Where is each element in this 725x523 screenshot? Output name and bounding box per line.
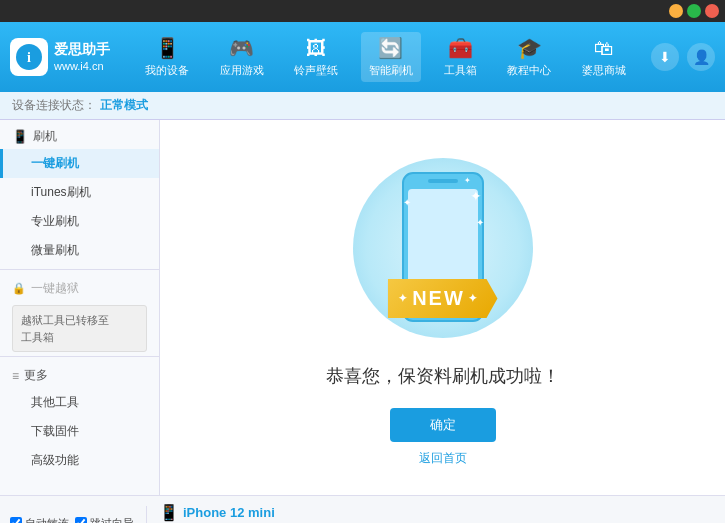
nav-tutorials-label: 教程中心 xyxy=(507,63,551,78)
download-fw-label: 下载固件 xyxy=(31,424,79,438)
tutorials-icon: 🎓 xyxy=(517,36,542,60)
one-click-label: 一键刷机 xyxy=(31,156,79,170)
itunes-label: iTunes刷机 xyxy=(31,185,91,199)
lock-icon: 🔒 xyxy=(12,282,26,295)
skip-wizard-input[interactable] xyxy=(75,517,87,523)
svg-text:✦: ✦ xyxy=(464,176,471,185)
my-device-icon: 📱 xyxy=(155,36,180,60)
logo-icon: i xyxy=(10,38,48,76)
success-message: 恭喜您，保资料刷机成功啦！ xyxy=(326,364,560,388)
sidebar-item-micro[interactable]: 微量刷机 xyxy=(0,236,159,265)
nav-smart-flash-label: 智能刷机 xyxy=(369,63,413,78)
download-button[interactable]: ⬇ xyxy=(651,43,679,71)
status-value: 正常模式 xyxy=(100,97,148,114)
device-phone-icon: 📱 xyxy=(159,503,179,522)
divider-vertical xyxy=(146,506,147,524)
toolbox-icon: 🧰 xyxy=(448,36,473,60)
nav-tutorials[interactable]: 🎓 教程中心 xyxy=(499,32,559,82)
device-bar: 自动敏连 跳过向导 📱 iPhone 12 mini 64GB Down-12m… xyxy=(0,495,725,523)
jailbreak-locked-section: 🔒 一键越狱 xyxy=(0,274,159,301)
micro-label: 微量刷机 xyxy=(31,243,79,257)
other-tools-label: 其他工具 xyxy=(31,395,79,409)
nav-wallpaper-label: 铃声壁纸 xyxy=(294,63,338,78)
auto-send-label: 自动敏连 xyxy=(25,516,69,524)
svg-text:✦: ✦ xyxy=(476,217,484,228)
skip-wizard-label: 跳过向导 xyxy=(90,516,134,524)
auto-send-input[interactable] xyxy=(10,517,22,523)
wallpaper-icon: 🖼 xyxy=(306,37,326,60)
nav-toolbox[interactable]: 🧰 工具箱 xyxy=(436,32,485,82)
divider-1 xyxy=(0,269,159,270)
minimize-button[interactable] xyxy=(669,4,683,18)
header-right: ⬇ 👤 xyxy=(651,43,715,71)
svg-text:✦: ✦ xyxy=(470,188,482,204)
sidebar-item-advanced[interactable]: 高级功能 xyxy=(0,446,159,475)
nav-apps[interactable]: 🎮 应用游戏 xyxy=(212,32,272,82)
skip-wizard-checkbox[interactable]: 跳过向导 xyxy=(75,516,134,524)
svg-text:i: i xyxy=(27,50,31,65)
maximize-button[interactable] xyxy=(687,4,701,18)
nav-bar: 📱 我的设备 🎮 应用游戏 🖼 铃声壁纸 🔄 智能刷机 🧰 工具箱 🎓 教程中心… xyxy=(130,32,641,82)
jailbreak-label: 一键越狱 xyxy=(31,280,79,297)
sidebar: 📱 刷机 一键刷机 iTunes刷机 专业刷机 微量刷机 🔒 一键越狱 越狱工具… xyxy=(0,120,160,495)
more-section-header: ≡ 更多 xyxy=(0,361,159,388)
nav-my-device-label: 我的设备 xyxy=(145,63,189,78)
nav-apps-label: 应用游戏 xyxy=(220,63,264,78)
nav-smart-flash[interactable]: 🔄 智能刷机 xyxy=(361,32,421,82)
device-info: 📱 iPhone 12 mini 64GB Down-12mini-13,1 xyxy=(159,503,275,524)
svg-text:✦: ✦ xyxy=(403,197,411,208)
header: i 爱思助手 www.i4.cn 📱 我的设备 🎮 应用游戏 🖼 铃声壁纸 🔄 … xyxy=(0,22,725,92)
nav-toolbox-label: 工具箱 xyxy=(444,63,477,78)
pro-label: 专业刷机 xyxy=(31,214,79,228)
user-button[interactable]: 👤 xyxy=(687,43,715,71)
nav-store[interactable]: 🛍 婆思商城 xyxy=(574,33,634,82)
advanced-label: 高级功能 xyxy=(31,453,79,467)
status-bar: 设备连接状态： 正常模式 xyxy=(0,92,725,120)
sidebar-item-one-click[interactable]: 一键刷机 xyxy=(0,149,159,178)
checkbox-group: 自动敏连 跳过向导 xyxy=(10,516,134,524)
close-button[interactable] xyxy=(705,4,719,18)
svg-rect-5 xyxy=(428,179,458,183)
nav-wallpaper[interactable]: 🖼 铃声壁纸 xyxy=(286,33,346,82)
status-label: 设备连接状态： xyxy=(12,97,96,114)
confirm-button[interactable]: 确定 xyxy=(390,408,496,442)
auto-send-checkbox[interactable]: 自动敏连 xyxy=(10,516,69,524)
store-icon: 🛍 xyxy=(594,37,614,60)
jailbreak-note: 越狱工具已转移至 工具箱 xyxy=(12,305,147,352)
main-content: ✦ ✦ ✦ ✦ ✦ NEW ✦ 恭喜您，保资料刷机成功啦！ 确定 返回首页 xyxy=(160,120,725,495)
sidebar-item-itunes[interactable]: iTunes刷机 xyxy=(0,178,159,207)
sidebar-item-pro[interactable]: 专业刷机 xyxy=(0,207,159,236)
logo-text: 爱思助手 www.i4.cn xyxy=(54,40,110,75)
new-banner: ✦ NEW ✦ xyxy=(388,279,498,318)
sidebar-section-flash: 📱 刷机 xyxy=(0,120,159,149)
smart-flash-icon: 🔄 xyxy=(378,36,403,60)
sidebar-item-other-tools[interactable]: 其他工具 xyxy=(0,388,159,417)
back-button[interactable]: 返回首页 xyxy=(419,450,467,467)
brand-name: 爱思助手 xyxy=(54,40,110,60)
nav-my-device[interactable]: 📱 我的设备 xyxy=(137,32,197,82)
flash-section-label: 刷机 xyxy=(33,128,57,145)
logo: i 爱思助手 www.i4.cn xyxy=(10,38,110,76)
more-label: 更多 xyxy=(24,367,48,384)
flash-section-icon: 📱 xyxy=(12,129,28,144)
apps-icon: 🎮 xyxy=(229,36,254,60)
illustration: ✦ ✦ ✦ ✦ ✦ NEW ✦ xyxy=(343,148,543,348)
main-area: 📱 刷机 一键刷机 iTunes刷机 专业刷机 微量刷机 🔒 一键越狱 越狱工具… xyxy=(0,120,725,495)
nav-store-label: 婆思商城 xyxy=(582,63,626,78)
sidebar-item-download-fw[interactable]: 下载固件 xyxy=(0,417,159,446)
brand-url: www.i4.cn xyxy=(54,59,110,74)
device-name: iPhone 12 mini xyxy=(183,505,275,520)
titlebar xyxy=(0,0,725,22)
divider-2 xyxy=(0,356,159,357)
